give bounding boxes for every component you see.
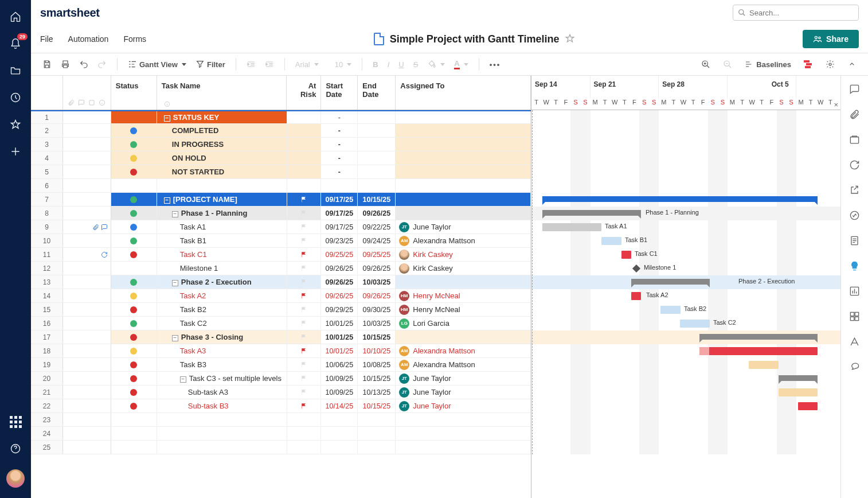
cell-status[interactable] xyxy=(111,151,157,165)
row-number[interactable]: 21 xyxy=(31,386,63,399)
col-at-risk[interactable]: At Risk xyxy=(287,76,321,110)
settings-button[interactable] xyxy=(822,57,838,71)
grid-row[interactable]: 20 −Task C3 - set multiple levels 10/09/… xyxy=(31,372,531,386)
cell-status[interactable] xyxy=(111,262,157,275)
cell-task-name[interactable]: Task B1 xyxy=(157,234,287,247)
bold-button[interactable]: B xyxy=(369,58,381,71)
favorite-star-icon[interactable] xyxy=(565,33,575,45)
cell-at-risk[interactable] xyxy=(287,399,322,413)
cell-at-risk[interactable] xyxy=(287,275,322,289)
cell-assigned-to[interactable] xyxy=(396,165,531,178)
reports-icon[interactable] xyxy=(849,286,860,298)
cell-end-date[interactable] xyxy=(358,441,396,454)
cell-task-name[interactable]: IN PROGRESS xyxy=(157,138,287,151)
cell-status[interactable] xyxy=(111,179,157,192)
cell-assigned-to[interactable]: LGLori Garcia xyxy=(396,317,531,330)
cell-at-risk[interactable] xyxy=(287,248,322,261)
cell-task-name[interactable] xyxy=(157,427,287,440)
cell-end-date[interactable]: 09/22/25 xyxy=(358,220,396,234)
font-size-select[interactable]: 10 xyxy=(331,58,355,71)
gantt-bar[interactable] xyxy=(660,306,681,314)
connections-icon[interactable] xyxy=(849,361,860,374)
grid-row[interactable]: 3 IN PROGRESS - xyxy=(31,138,531,151)
grid-row[interactable]: 6 xyxy=(31,179,531,193)
cell-status[interactable] xyxy=(111,220,157,234)
cell-task-name[interactable] xyxy=(157,179,287,192)
cell-start-date[interactable]: 09/17/25 xyxy=(321,207,358,220)
zoom-in-button[interactable] xyxy=(698,57,714,71)
row-number[interactable]: 22 xyxy=(31,399,63,413)
cell-task-name[interactable] xyxy=(157,413,287,426)
cell-status[interactable] xyxy=(111,358,157,371)
cell-status[interactable] xyxy=(111,165,157,178)
col-end-date[interactable]: End Date xyxy=(358,76,396,110)
work-insights-icon[interactable] xyxy=(849,260,860,273)
cell-at-risk[interactable] xyxy=(287,344,322,357)
cell-end-date[interactable]: 10/15/25 xyxy=(358,193,396,206)
gantt-bar[interactable] xyxy=(779,388,818,396)
gantt-bar[interactable] xyxy=(631,292,641,300)
activity-log-icon[interactable] xyxy=(849,210,860,223)
cell-start-date[interactable]: 10/14/25 xyxy=(321,399,358,413)
cell-task-name[interactable] xyxy=(157,441,287,454)
cell-assigned-to[interactable] xyxy=(396,111,531,123)
cell-status[interactable] xyxy=(111,386,157,399)
redo-button[interactable] xyxy=(94,57,110,71)
cell-task-name[interactable]: Milestone 1 xyxy=(157,262,287,275)
cell-at-risk[interactable] xyxy=(287,165,322,178)
cell-start-date[interactable]: 09/29/25 xyxy=(321,303,358,316)
critical-path-button[interactable] xyxy=(800,57,816,71)
row-number[interactable]: 16 xyxy=(31,317,63,330)
row-number[interactable]: 14 xyxy=(31,289,63,302)
cell-start-date[interactable]: 09/25/25 xyxy=(321,248,358,261)
text-color-button[interactable]: A xyxy=(451,57,471,72)
cell-end-date[interactable] xyxy=(358,165,396,178)
cell-status[interactable] xyxy=(111,441,157,454)
brandfolder-icon[interactable] xyxy=(849,336,860,349)
cell-end-date[interactable]: 09/25/25 xyxy=(358,248,396,261)
cell-assigned-to[interactable] xyxy=(396,427,531,440)
cell-start-date[interactable]: 10/09/25 xyxy=(321,386,358,399)
grid-row[interactable]: 16 Task C2 10/01/25 10/03/25 LGLori Garc… xyxy=(31,317,531,330)
gantt-bar[interactable] xyxy=(749,361,779,369)
grid-row[interactable]: 1 −STATUS KEY - xyxy=(31,110,531,124)
cell-status[interactable] xyxy=(111,124,157,137)
cell-status[interactable] xyxy=(111,207,157,220)
row-number[interactable]: 20 xyxy=(31,372,63,385)
row-number[interactable]: 12 xyxy=(31,262,63,275)
menu-automation[interactable]: Automation xyxy=(68,34,109,44)
cell-end-date[interactable] xyxy=(358,413,396,426)
row-number[interactable]: 1 xyxy=(31,111,63,123)
cell-end-date[interactable]: 10/13/25 xyxy=(358,386,396,399)
cell-end-date[interactable] xyxy=(358,179,396,192)
font-select[interactable]: Arial xyxy=(292,58,322,71)
row-number[interactable]: 15 xyxy=(31,303,63,316)
gantt-bar[interactable] xyxy=(542,223,601,231)
cell-assigned-to[interactable]: AMAlexandra Mattson xyxy=(396,234,531,247)
cell-end-date[interactable]: 10/15/25 xyxy=(358,330,396,344)
cell-end-date[interactable] xyxy=(358,111,396,123)
gantt-milestone[interactable] xyxy=(632,264,640,273)
col-start-date[interactable]: Start Date xyxy=(321,76,358,110)
cell-at-risk[interactable] xyxy=(287,386,322,399)
gantt-summary-bar[interactable] xyxy=(542,210,641,216)
proofs-icon[interactable] xyxy=(849,134,860,147)
strike-button[interactable]: S xyxy=(410,58,422,71)
row-number[interactable]: 6 xyxy=(31,179,63,192)
cell-at-risk[interactable] xyxy=(287,413,322,426)
cell-task-name[interactable]: −Task C3 - set multiple levels xyxy=(157,372,287,385)
cell-task-name[interactable]: Sub-task B3 xyxy=(157,399,287,413)
grid-row[interactable]: 25 xyxy=(31,441,531,454)
cell-task-name[interactable]: NOT STARTED xyxy=(157,165,287,178)
cell-task-name[interactable]: −Phase 3 - Closing xyxy=(157,330,287,344)
cell-task-name[interactable]: −Phase 1 - Planning xyxy=(157,207,287,220)
cell-end-date[interactable]: 09/26/25 xyxy=(358,262,396,275)
grid-row[interactable]: 15 Task B2 09/29/25 09/30/25 HMHenry McN… xyxy=(31,303,531,317)
cell-end-date[interactable]: 09/26/25 xyxy=(358,207,396,220)
cell-start-date[interactable]: 10/09/25 xyxy=(321,372,358,385)
cell-at-risk[interactable] xyxy=(287,138,322,151)
gantt-summary-bar[interactable] xyxy=(542,196,818,202)
cell-assigned-to[interactable] xyxy=(396,207,531,220)
gantt-bar[interactable] xyxy=(798,402,818,410)
menu-file[interactable]: File xyxy=(40,34,53,44)
